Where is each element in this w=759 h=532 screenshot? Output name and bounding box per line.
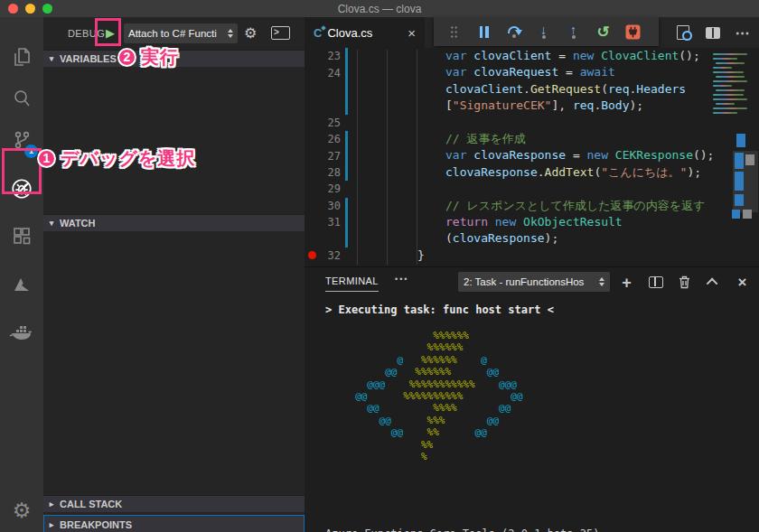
terminal-output[interactable]: > Executing task: func host start < %%%%…	[325, 303, 750, 462]
sidebar-item-explorer[interactable]	[0, 37, 43, 77]
more-actions-button[interactable]: ⋯	[732, 22, 754, 43]
terminal-instance-value: 2: Task - runFunctionsHos	[464, 276, 584, 287]
breakpoint-dot[interactable]	[305, 251, 319, 259]
kill-terminal-button[interactable]	[675, 273, 694, 293]
search-file-icon	[677, 25, 689, 40]
pause-button[interactable]	[469, 20, 499, 43]
step-into-button[interactable]: ↓	[529, 20, 558, 43]
zoom-window-button[interactable]	[42, 4, 52, 14]
restart-icon: ↺	[596, 23, 609, 42]
code-line-text: // レスポンスとして作成した返事の内容を返す	[348, 198, 705, 214]
debug-configuration-value: Attach to C# Functi	[128, 28, 217, 39]
disconnect-button[interactable]	[618, 20, 648, 43]
close-panel-button[interactable]: ×	[733, 273, 752, 293]
panel-more-icon[interactable]: •••	[395, 275, 408, 284]
code-line-text: var clovaRequest = await	[348, 64, 615, 80]
split-editor-button[interactable]	[702, 22, 724, 43]
tab-clova-cs[interactable]: C Clova.cs ×	[305, 17, 425, 48]
line-number: 30	[319, 200, 341, 212]
editor-group: C Clova.cs × ↓ ↑ ↺	[305, 17, 759, 266]
section-call-stack[interactable]: ▸ CALL STACK	[43, 495, 305, 512]
code-row: 28clovaResponse.AddText("こんにちは。");	[305, 164, 759, 181]
step2-label: 実行	[141, 45, 179, 70]
sidebar-item-extensions[interactable]	[0, 216, 43, 256]
maximize-panel-button[interactable]	[704, 273, 723, 293]
step-out-icon: ↑	[570, 25, 576, 39]
terminal-instance-dropdown[interactable]: 2: Task - runFunctionsHos	[458, 272, 610, 292]
minimize-window-button[interactable]	[25, 4, 35, 14]
panel-actions: + ×	[617, 267, 752, 297]
tab-label: Clova.cs	[327, 26, 372, 40]
debug-configuration-dropdown[interactable]: Attach to C# Functi	[124, 23, 238, 43]
twistie-icon: ▾	[43, 54, 60, 63]
vscode-window: Clova.cs — clova 1	[0, 0, 759, 532]
step-into-icon: ↓	[540, 25, 547, 39]
terminal-panel: TERMINAL ••• 2: Task - runFunctionsHos +	[305, 266, 759, 532]
tab-terminal[interactable]: TERMINAL	[325, 275, 379, 292]
modified-line-indicator	[345, 181, 348, 197]
annotation-step2: 2 実行	[117, 45, 179, 70]
toolbar-drag-handle[interactable]	[439, 20, 469, 43]
code-editor[interactable]: 23var clovaClient = new ClovaClient();24…	[305, 48, 759, 266]
code-row: 25	[305, 115, 759, 131]
sidebar-item-search[interactable]	[0, 79, 43, 118]
dropdown-arrows-icon	[595, 277, 604, 286]
code-line-text: clovaResponse.AddText("こんにちは。");	[348, 164, 701, 181]
code-row: (clovaResponse);	[305, 230, 759, 247]
line-number: 27	[319, 150, 341, 163]
docker-icon	[9, 322, 34, 343]
debug-toolbar: ↓ ↑ ↺	[434, 17, 659, 46]
twistie-icon: ▾	[43, 219, 60, 228]
code-row: 30// レスポンスとして作成した返事の内容を返す	[305, 198, 759, 214]
new-terminal-button[interactable]: +	[617, 273, 636, 293]
highlight-box-debug-icon	[2, 148, 42, 194]
code-line-text: // 返事を作成	[348, 131, 526, 147]
csharp-file-icon: C	[314, 26, 322, 40]
section-watch[interactable]: ▾ WATCH	[43, 214, 305, 231]
code-line-text: clovaClient.GetRequest(req.Headers	[348, 81, 686, 98]
sidebar-item-docker[interactable]	[0, 313, 43, 352]
close-window-button[interactable]	[8, 4, 18, 14]
modified-line-indicator	[345, 115, 348, 131]
indent-guide	[357, 50, 358, 265]
grip-icon	[450, 25, 458, 39]
debug-sidebar: DEBUG ▶ Attach to C# Functi ⚙ > ▾ VARIAB…	[43, 17, 305, 532]
search-icon	[11, 88, 33, 109]
more-actions-icon: ⋯	[736, 24, 751, 42]
overview-ruler-mark	[736, 134, 745, 147]
step-out-button[interactable]: ↑	[558, 20, 588, 43]
section-label: BREAKPOINTS	[60, 519, 132, 530]
line-number: 28	[319, 166, 341, 179]
code-row: 26// 返事を作成	[305, 131, 759, 147]
pause-icon	[480, 26, 489, 38]
code-row: 27var clovaResponse = new CEKResponse();	[305, 147, 759, 163]
overview-ruler-mark	[735, 153, 744, 169]
configure-gear-icon[interactable]: ⚙	[244, 24, 257, 42]
line-number: 31	[319, 216, 341, 229]
code-line-text: var clovaClient = new ClovaClient();	[348, 48, 700, 64]
minimap[interactable]	[713, 51, 747, 130]
search-in-file-button[interactable]	[672, 22, 694, 43]
split-terminal-button[interactable]	[646, 273, 665, 293]
restart-button[interactable]: ↺	[588, 20, 618, 43]
split-terminal-icon	[649, 276, 663, 288]
debug-console-icon[interactable]: >	[271, 26, 290, 40]
code-line-text: (clovaResponse);	[348, 230, 558, 247]
code-line-text: var clovaResponse = new CEKResponse();	[348, 147, 714, 163]
line-number: 29	[319, 182, 341, 195]
step-over-icon	[508, 26, 520, 38]
sidebar-item-azure[interactable]	[0, 265, 43, 304]
step-over-button[interactable]	[499, 20, 529, 43]
disconnect-plug-icon	[625, 24, 641, 40]
step1-number-badge: 1	[37, 149, 56, 168]
code-row: 23var clovaClient = new ClovaClient();	[305, 48, 759, 64]
dropdown-arrows-icon	[224, 29, 233, 38]
manage-gear-icon[interactable]: ⚙	[0, 494, 43, 527]
title-bar: Clova.cs — clova	[0, 0, 759, 17]
code-row: clovaClient.GetRequest(req.Headers	[305, 81, 759, 98]
line-number: 24	[319, 67, 341, 79]
close-tab-icon[interactable]: ×	[408, 26, 416, 40]
step2-number-badge: 2	[117, 48, 136, 67]
section-breakpoints[interactable]: ▸ BREAKPOINTS	[43, 515, 305, 532]
twistie-icon: ▸	[43, 499, 60, 509]
